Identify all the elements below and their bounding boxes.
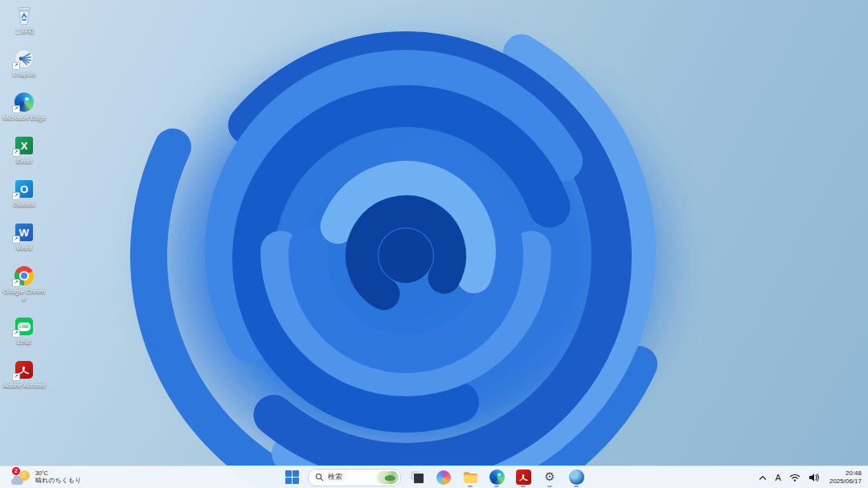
desktop-icon-microsoft-edge[interactable]: ↗ Microsoft Edge: [2, 92, 47, 121]
desktop-icon-line[interactable]: LINE ↗ LINE: [2, 316, 47, 346]
ime-indicator[interactable]: A: [776, 473, 781, 482]
taskbar-center: 検索: [281, 466, 587, 488]
desktop-icon-lhaplus[interactable]: ↗ Lhaplus: [2, 48, 47, 78]
chrome-icon: ↗: [14, 265, 35, 286]
blue-app-button[interactable]: [566, 468, 587, 487]
search-placeholder: 検索: [328, 472, 373, 482]
acrobat-icon: ↗: [14, 359, 35, 380]
copilot-button[interactable]: [433, 468, 454, 487]
copilot-icon: [436, 470, 451, 485]
speaker-icon[interactable]: [809, 473, 820, 482]
task-view-icon: [411, 471, 424, 484]
shortcut-arrow-icon: ↗: [12, 330, 20, 338]
desktop-icon-label: ごみ箱: [14, 27, 34, 35]
running-indicator: [468, 486, 473, 487]
weather-widget[interactable]: 2 30°C 晴れのちくもり: [6, 466, 86, 488]
file-explorer-button[interactable]: [460, 468, 481, 487]
edge-icon: [489, 470, 505, 485]
windows-desktop: ごみ箱 ↗ Lhaplus ↗: [0, 0, 868, 488]
shortcut-arrow-icon: ↗: [12, 192, 20, 200]
desktop-icon-label: Word: [17, 244, 32, 252]
word-icon: W ↗: [14, 222, 35, 243]
desktop-icon-adobe-acrobat[interactable]: ↗ Adobe Acrobat: [2, 359, 47, 389]
search-box[interactable]: 検索: [308, 469, 401, 486]
edge-taskbar-button[interactable]: [486, 468, 507, 487]
desktop-icon-google-chrome[interactable]: ↗ Google Chrome: [2, 265, 47, 302]
desktop-icons: ごみ箱 ↗ Lhaplus ↗: [2, 5, 47, 389]
desktop-icon-label: Google Chrome: [2, 288, 47, 302]
system-tray: A 20:48 2025/06/17: [755, 466, 865, 488]
notification-badge: 2: [12, 467, 20, 475]
shortcut-arrow-icon: ↗: [12, 236, 20, 244]
weather-sun-cloud-icon: 2: [11, 469, 31, 486]
desktop-icon-label: Adobe Acrobat: [3, 382, 45, 389]
running-indicator: [521, 486, 526, 487]
clock[interactable]: 20:48 2025/06/17: [828, 470, 862, 485]
running-indicator: [494, 486, 499, 487]
shortcut-arrow-icon: ↗: [12, 149, 20, 157]
running-indicator: [547, 486, 552, 487]
task-view-button[interactable]: [407, 468, 428, 487]
shortcut-arrow-icon: ↗: [12, 279, 20, 287]
start-button[interactable]: [281, 468, 302, 487]
desktop-icon-outlook[interactable]: O ↗ Outlook: [2, 178, 47, 208]
excel-icon: X ↗: [14, 135, 35, 156]
bloom-flower-graphic: [0, 0, 868, 488]
desktop-icon-word[interactable]: W ↗ Word: [2, 222, 47, 252]
desktop-icon-recycle-bin[interactable]: ごみ箱: [2, 5, 47, 35]
windows-logo-icon: [285, 470, 299, 484]
outlook-icon: O ↗: [14, 178, 35, 199]
search-icon: [315, 473, 324, 482]
desktop-icon-excel[interactable]: X ↗ Excel: [2, 135, 47, 165]
desktop-icon-label: LINE: [17, 338, 31, 346]
desktop-icon-label: Excel: [16, 158, 32, 165]
hidden-icons-chevron-icon[interactable]: [758, 474, 768, 482]
tray-time: 20:48: [845, 470, 862, 478]
desktop-icon-label: Microsoft Edge: [2, 114, 45, 121]
edge-icon: ↗: [14, 92, 35, 113]
search-highlight-image: [377, 471, 399, 484]
weather-condition: 晴れのちくもり: [35, 477, 81, 485]
desktop-icon-label: Outlook: [13, 201, 35, 208]
settings-button[interactable]: ⚙: [539, 468, 560, 487]
recycle-bin-icon: [14, 5, 35, 26]
weather-temperature: 30°C: [35, 470, 81, 477]
taskbar: 2 30°C 晴れのちくもり: [0, 465, 868, 488]
acrobat-icon: [516, 470, 531, 485]
blue-app-icon: [569, 470, 584, 485]
shortcut-arrow-icon: ↗: [12, 105, 20, 113]
file-explorer-icon: [463, 471, 478, 484]
shortcut-arrow-icon: ↗: [12, 373, 20, 381]
desktop-wallpaper: [0, 0, 868, 488]
running-indicator: [574, 486, 579, 487]
tray-date: 2025/06/17: [829, 478, 862, 486]
settings-gear-icon: ⚙: [544, 471, 555, 483]
wifi-icon[interactable]: [789, 473, 800, 482]
acrobat-taskbar-button[interactable]: [513, 468, 534, 487]
shortcut-arrow-icon: ↗: [12, 62, 20, 70]
line-icon: LINE ↗: [14, 316, 35, 337]
weather-text: 30°C 晴れのちくもり: [35, 470, 81, 485]
lhaplus-icon: ↗: [14, 48, 35, 69]
desktop-icon-label: Lhaplus: [13, 71, 35, 78]
